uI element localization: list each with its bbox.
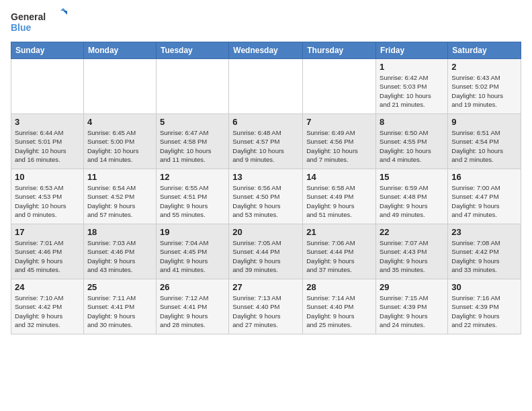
calendar-week-4: 17Sunrise: 7:01 AM Sunset: 4:46 PM Dayli… bbox=[11, 224, 521, 279]
day-number: 19 bbox=[160, 227, 225, 237]
day-info: Sunrise: 7:12 AM Sunset: 4:41 PM Dayligh… bbox=[160, 293, 225, 329]
day-number: 15 bbox=[380, 172, 444, 182]
calendar-cell: 28Sunrise: 7:14 AM Sunset: 4:40 PM Dayli… bbox=[303, 279, 376, 334]
calendar-cell: 13Sunrise: 6:56 AM Sunset: 4:50 PM Dayli… bbox=[229, 169, 303, 224]
day-number: 10 bbox=[15, 172, 80, 182]
day-info: Sunrise: 6:55 AM Sunset: 4:51 PM Dayligh… bbox=[160, 183, 225, 219]
calendar-cell: 20Sunrise: 7:05 AM Sunset: 4:44 PM Dayli… bbox=[229, 224, 303, 279]
day-info: Sunrise: 6:59 AM Sunset: 4:48 PM Dayligh… bbox=[380, 183, 444, 219]
day-number: 6 bbox=[232, 117, 299, 127]
weekday-header-wednesday: Wednesday bbox=[229, 42, 303, 59]
calendar-week-3: 10Sunrise: 6:53 AM Sunset: 4:53 PM Dayli… bbox=[11, 169, 521, 224]
calendar-cell: 4Sunrise: 6:45 AM Sunset: 5:00 PM Daylig… bbox=[83, 114, 156, 169]
day-number: 5 bbox=[160, 117, 225, 127]
calendar-cell: 29Sunrise: 7:15 AM Sunset: 4:39 PM Dayli… bbox=[376, 279, 448, 334]
day-number: 17 bbox=[15, 227, 80, 237]
day-number: 21 bbox=[306, 227, 372, 237]
day-number: 26 bbox=[160, 282, 225, 292]
calendar-cell: 7Sunrise: 6:49 AM Sunset: 4:56 PM Daylig… bbox=[303, 114, 376, 169]
day-number: 7 bbox=[306, 117, 372, 127]
day-info: Sunrise: 6:47 AM Sunset: 4:58 PM Dayligh… bbox=[160, 128, 225, 164]
day-number: 18 bbox=[87, 227, 152, 237]
calendar-cell: 5Sunrise: 6:47 AM Sunset: 4:58 PM Daylig… bbox=[156, 114, 228, 169]
day-number: 1 bbox=[380, 62, 444, 72]
calendar-cell: 19Sunrise: 7:04 AM Sunset: 4:45 PM Dayli… bbox=[156, 224, 228, 279]
day-info: Sunrise: 6:54 AM Sunset: 4:52 PM Dayligh… bbox=[87, 183, 152, 219]
calendar-week-1: 1Sunrise: 6:42 AM Sunset: 5:03 PM Daylig… bbox=[11, 59, 521, 114]
weekday-header-monday: Monday bbox=[83, 42, 156, 59]
calendar-cell: 15Sunrise: 6:59 AM Sunset: 4:48 PM Dayli… bbox=[376, 169, 448, 224]
day-number: 20 bbox=[232, 227, 299, 237]
calendar-cell bbox=[229, 59, 303, 114]
calendar-header-row: SundayMondayTuesdayWednesdayThursdayFrid… bbox=[11, 42, 521, 59]
calendar-cell: 26Sunrise: 7:12 AM Sunset: 4:41 PM Dayli… bbox=[156, 279, 228, 334]
calendar-cell: 10Sunrise: 6:53 AM Sunset: 4:53 PM Dayli… bbox=[11, 169, 84, 224]
svg-text:Blue: Blue bbox=[11, 22, 32, 33]
day-number: 24 bbox=[15, 282, 80, 292]
day-number: 23 bbox=[451, 227, 517, 237]
logo: General Blue bbox=[11, 8, 71, 35]
calendar-cell: 16Sunrise: 7:00 AM Sunset: 4:47 PM Dayli… bbox=[448, 169, 521, 224]
day-info: Sunrise: 7:00 AM Sunset: 4:47 PM Dayligh… bbox=[451, 183, 517, 219]
calendar-cell: 22Sunrise: 7:07 AM Sunset: 4:43 PM Dayli… bbox=[376, 224, 448, 279]
day-number: 16 bbox=[451, 172, 517, 182]
calendar-cell: 24Sunrise: 7:10 AM Sunset: 4:42 PM Dayli… bbox=[11, 279, 84, 334]
calendar-cell: 6Sunrise: 6:48 AM Sunset: 4:57 PM Daylig… bbox=[229, 114, 303, 169]
day-info: Sunrise: 7:05 AM Sunset: 4:44 PM Dayligh… bbox=[232, 238, 299, 274]
svg-text:General: General bbox=[11, 11, 46, 22]
day-number: 3 bbox=[15, 117, 80, 127]
day-number: 11 bbox=[87, 172, 152, 182]
calendar-cell: 18Sunrise: 7:03 AM Sunset: 4:46 PM Dayli… bbox=[83, 224, 156, 279]
day-info: Sunrise: 6:44 AM Sunset: 5:01 PM Dayligh… bbox=[15, 128, 80, 164]
day-number: 27 bbox=[232, 282, 299, 292]
day-info: Sunrise: 6:49 AM Sunset: 4:56 PM Dayligh… bbox=[306, 128, 372, 164]
day-number: 13 bbox=[232, 172, 299, 182]
day-number: 22 bbox=[380, 227, 444, 237]
page-container: General Blue SundayMondayTuesdayWednesda… bbox=[0, 0, 532, 340]
calendar-cell: 3Sunrise: 6:44 AM Sunset: 5:01 PM Daylig… bbox=[11, 114, 84, 169]
day-number: 12 bbox=[160, 172, 225, 182]
day-info: Sunrise: 7:08 AM Sunset: 4:42 PM Dayligh… bbox=[451, 238, 517, 274]
day-info: Sunrise: 7:14 AM Sunset: 4:40 PM Dayligh… bbox=[306, 293, 372, 329]
day-number: 4 bbox=[87, 117, 152, 127]
day-info: Sunrise: 7:04 AM Sunset: 4:45 PM Dayligh… bbox=[160, 238, 225, 274]
day-info: Sunrise: 6:53 AM Sunset: 4:53 PM Dayligh… bbox=[15, 183, 80, 219]
day-number: 29 bbox=[380, 282, 444, 292]
day-number: 28 bbox=[306, 282, 372, 292]
day-info: Sunrise: 7:03 AM Sunset: 4:46 PM Dayligh… bbox=[87, 238, 152, 274]
day-info: Sunrise: 6:56 AM Sunset: 4:50 PM Dayligh… bbox=[232, 183, 299, 219]
day-number: 2 bbox=[451, 62, 517, 72]
calendar-cell bbox=[83, 59, 156, 114]
day-info: Sunrise: 7:01 AM Sunset: 4:46 PM Dayligh… bbox=[15, 238, 80, 274]
calendar-cell: 8Sunrise: 6:50 AM Sunset: 4:55 PM Daylig… bbox=[376, 114, 448, 169]
weekday-header-sunday: Sunday bbox=[11, 42, 84, 59]
day-info: Sunrise: 6:48 AM Sunset: 4:57 PM Dayligh… bbox=[232, 128, 299, 164]
logo-svg: General Blue bbox=[11, 8, 71, 35]
calendar-cell: 25Sunrise: 7:11 AM Sunset: 4:41 PM Dayli… bbox=[83, 279, 156, 334]
day-number: 25 bbox=[87, 282, 152, 292]
calendar-cell: 27Sunrise: 7:13 AM Sunset: 4:40 PM Dayli… bbox=[229, 279, 303, 334]
calendar-week-5: 24Sunrise: 7:10 AM Sunset: 4:42 PM Dayli… bbox=[11, 279, 521, 334]
weekday-header-tuesday: Tuesday bbox=[156, 42, 228, 59]
calendar-cell: 2Sunrise: 6:43 AM Sunset: 5:02 PM Daylig… bbox=[448, 59, 521, 114]
day-number: 9 bbox=[451, 117, 517, 127]
day-number: 8 bbox=[380, 117, 444, 127]
day-info: Sunrise: 6:50 AM Sunset: 4:55 PM Dayligh… bbox=[380, 128, 444, 164]
calendar-cell: 9Sunrise: 6:51 AM Sunset: 4:54 PM Daylig… bbox=[448, 114, 521, 169]
calendar-cell bbox=[303, 59, 376, 114]
calendar-cell: 12Sunrise: 6:55 AM Sunset: 4:51 PM Dayli… bbox=[156, 169, 228, 224]
calendar-cell bbox=[156, 59, 228, 114]
day-info: Sunrise: 7:13 AM Sunset: 4:40 PM Dayligh… bbox=[232, 293, 299, 329]
day-info: Sunrise: 7:06 AM Sunset: 4:44 PM Dayligh… bbox=[306, 238, 372, 274]
calendar-week-2: 3Sunrise: 6:44 AM Sunset: 5:01 PM Daylig… bbox=[11, 114, 521, 169]
day-info: Sunrise: 6:43 AM Sunset: 5:02 PM Dayligh… bbox=[451, 73, 517, 109]
day-info: Sunrise: 7:10 AM Sunset: 4:42 PM Dayligh… bbox=[15, 293, 80, 329]
weekday-header-thursday: Thursday bbox=[303, 42, 376, 59]
day-number: 30 bbox=[451, 282, 517, 292]
day-number: 14 bbox=[306, 172, 372, 182]
calendar-cell: 30Sunrise: 7:16 AM Sunset: 4:39 PM Dayli… bbox=[448, 279, 521, 334]
svg-marker-3 bbox=[60, 8, 66, 11]
svg-marker-4 bbox=[63, 11, 67, 15]
calendar-cell: 11Sunrise: 6:54 AM Sunset: 4:52 PM Dayli… bbox=[83, 169, 156, 224]
weekday-header-saturday: Saturday bbox=[448, 42, 521, 59]
